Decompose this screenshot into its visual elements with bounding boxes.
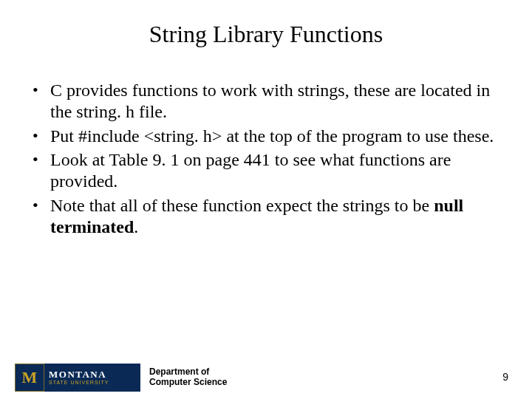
bullet-text: Note that all of these function expect t… (50, 196, 434, 215)
department-label: Department of Computer Science (149, 367, 227, 388)
bullet-post: . (134, 217, 138, 236)
bullet-item: Note that all of these function expect t… (28, 195, 502, 238)
dept-line1: Department of (149, 367, 227, 378)
bullet-item: C provides functions to work with string… (28, 80, 502, 123)
bullet-text: Look at Table 9. 1 on page 441 to see wh… (50, 150, 451, 191)
msu-wordmark: MONTANA STATE UNIVERSITY (44, 364, 140, 392)
msu-crest-icon: M (15, 364, 44, 392)
bullet-item: Put #include <string. h> at the top of t… (28, 126, 502, 147)
page-number: 9 (502, 371, 508, 383)
slide: String Library Functions C provides func… (0, 0, 532, 399)
footer: M MONTANA STATE UNIVERSITY Department of… (15, 364, 227, 392)
dept-line2: Computer Science (149, 378, 227, 388)
bullet-list: C provides functions to work with string… (28, 80, 502, 238)
slide-title: String Library Functions (0, 21, 532, 48)
bullet-text: Put #include <string. h> at the top of t… (50, 126, 494, 146)
msu-word-main: MONTANA (49, 369, 140, 379)
msu-logo: M MONTANA STATE UNIVERSITY (15, 364, 140, 392)
slide-body: C provides functions to work with string… (28, 80, 502, 241)
bullet-item: Look at Table 9. 1 on page 441 to see wh… (28, 149, 502, 192)
msu-crest-letter: M (16, 364, 44, 391)
msu-word-sub: STATE UNIVERSITY (49, 379, 140, 386)
bullet-text: C provides functions to work with string… (50, 81, 490, 121)
